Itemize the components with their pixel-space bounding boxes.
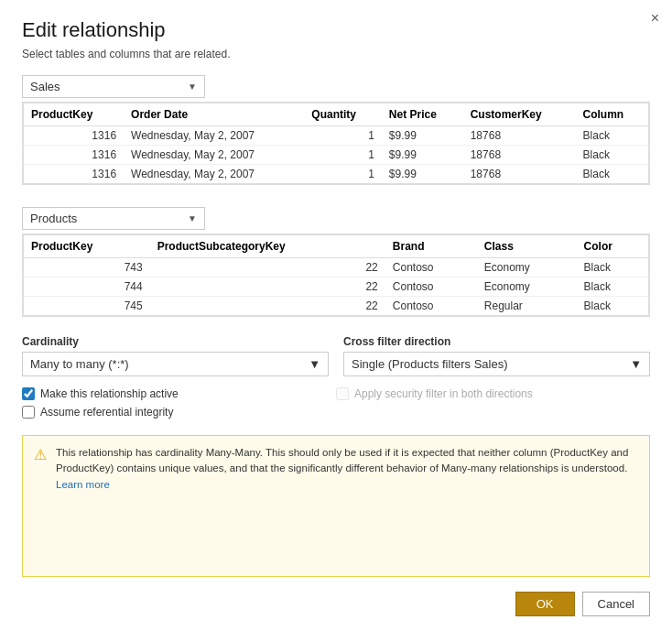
cardinality-crossfilter-section: Cardinality Many to many (*:*) ▼ Cross f… (22, 335, 650, 376)
make-active-row: Make this relationship active (22, 387, 336, 400)
table-row[interactable]: 1316Wednesday, May 2, 20071$9.9918768Bla… (24, 146, 649, 165)
table-cell: $9.99 (382, 126, 463, 146)
table-cell: 1 (304, 165, 381, 184)
table1-dropdown[interactable]: Sales ▼ (22, 75, 205, 98)
table-cell: 18768 (463, 146, 576, 165)
table2: ProductKey ProductSubcategoryKey Brand C… (23, 234, 649, 316)
warning-icon: ⚠ (34, 446, 47, 463)
warning-text-container: This relationship has cardinality Many-M… (56, 445, 638, 493)
table-row[interactable]: 74322ContosoEconomyBlack (24, 258, 649, 277)
col-brand[interactable]: Brand (385, 235, 477, 258)
dialog-title: Edit relationship (22, 18, 650, 42)
make-active-label[interactable]: Make this relationship active (40, 387, 179, 400)
table2-dropdown-value: Products (30, 212, 77, 225)
table-row[interactable]: 1316Wednesday, May 2, 20071$9.9918768Bla… (24, 165, 649, 184)
table-row[interactable]: 1316Wednesday, May 2, 20071$9.9918768Bla… (24, 126, 649, 146)
apply-security-label: Apply security filter in both directions (354, 387, 533, 400)
cardinality-label: Cardinality (22, 335, 329, 348)
options-right: Apply security filter in both directions (336, 387, 650, 424)
table-cell: Contoso (385, 258, 477, 277)
col-productkey2[interactable]: ProductKey (24, 235, 150, 258)
cancel-button[interactable]: Cancel (582, 592, 650, 616)
crossfilter-dropdown[interactable]: Single (Products filters Sales) ▼ (343, 352, 650, 376)
crossfilter-chevron-icon: ▼ (630, 357, 642, 371)
crossfilter-value: Single (Products filters Sales) (352, 357, 508, 371)
warning-box: ⚠ This relationship has cardinality Many… (22, 435, 650, 577)
table1-section: Sales ▼ ProductKey Order Date Quantity N… (22, 75, 650, 185)
table-cell: 1 (304, 146, 381, 165)
table-cell: 1316 (24, 165, 125, 184)
table-cell: 744 (24, 277, 150, 297)
table-cell: Economy (477, 277, 577, 297)
referential-integrity-checkbox[interactable] (22, 406, 35, 419)
col-customerkey[interactable]: CustomerKey (463, 103, 576, 126)
table-cell: $9.99 (382, 146, 463, 165)
table1-dropdown-value: Sales (30, 80, 60, 93)
table-cell: Black (577, 297, 649, 316)
cardinality-col: Cardinality Many to many (*:*) ▼ (22, 335, 329, 376)
table-cell: Black (576, 146, 649, 165)
table-cell: Regular (477, 297, 577, 316)
col-subcategorykey[interactable]: ProductSubcategoryKey (150, 235, 385, 258)
footer-row: OK Cancel (22, 588, 650, 616)
apply-security-row: Apply security filter in both directions (336, 387, 650, 400)
table-cell: 743 (24, 258, 150, 277)
table-cell: 22 (150, 277, 385, 297)
table-cell: Black (577, 277, 649, 297)
options-left: Make this relationship active Assume ref… (22, 387, 336, 424)
table-cell: 1316 (24, 126, 125, 146)
table-cell: Wednesday, May 2, 2007 (124, 126, 304, 146)
table-cell: 18768 (463, 165, 576, 184)
table-cell: Wednesday, May 2, 2007 (124, 146, 304, 165)
edit-relationship-dialog: × Edit relationship Select tables and co… (0, 0, 672, 631)
table-cell: Black (576, 165, 649, 184)
table2-dropdown[interactable]: Products ▼ (22, 207, 205, 230)
table-row[interactable]: 74522ContosoRegularBlack (24, 297, 649, 316)
table2-section: Products ▼ ProductKey ProductSubcategory… (22, 207, 650, 317)
table2-chevron-icon: ▼ (188, 213, 197, 223)
table-cell: 1 (304, 126, 381, 146)
warning-message: This relationship has cardinality Many-M… (56, 447, 628, 473)
table-cell: Black (576, 126, 649, 146)
table-cell: 1316 (24, 146, 125, 165)
table1-wrapper: ProductKey Order Date Quantity Net Price… (22, 102, 650, 185)
crossfilter-label: Cross filter direction (343, 335, 650, 348)
table-cell: 22 (150, 297, 385, 316)
apply-security-checkbox[interactable] (336, 387, 349, 400)
col-netprice[interactable]: Net Price (382, 103, 463, 126)
make-active-checkbox[interactable] (22, 387, 35, 400)
table-cell: $9.99 (382, 165, 463, 184)
referential-integrity-row: Assume referential integrity (22, 406, 336, 419)
table-cell: 22 (150, 258, 385, 277)
col-quantity[interactable]: Quantity (304, 103, 381, 126)
col-productkey1[interactable]: ProductKey (24, 103, 125, 126)
col-class[interactable]: Class (477, 235, 577, 258)
table1: ProductKey Order Date Quantity Net Price… (23, 103, 649, 184)
cardinality-dropdown[interactable]: Many to many (*:*) ▼ (22, 352, 329, 376)
close-button[interactable]: × (651, 11, 659, 26)
table1-chevron-icon: ▼ (188, 82, 197, 92)
table2-header-row: ProductKey ProductSubcategoryKey Brand C… (24, 235, 649, 258)
cardinality-value: Many to many (*:*) (30, 357, 129, 371)
table-cell: Wednesday, May 2, 2007 (124, 165, 304, 184)
table2-wrapper: ProductKey ProductSubcategoryKey Brand C… (22, 234, 650, 317)
table1-header-row: ProductKey Order Date Quantity Net Price… (24, 103, 649, 126)
table-cell: Contoso (385, 277, 477, 297)
table-cell: Economy (477, 258, 577, 277)
cardinality-chevron-icon: ▼ (309, 357, 320, 371)
dialog-subtitle: Select tables and columns that are relat… (22, 48, 650, 60)
crossfilter-col: Cross filter direction Single (Products … (343, 335, 650, 376)
col-column[interactable]: Column (576, 103, 649, 126)
table-cell: Contoso (385, 297, 477, 316)
options-section: Make this relationship active Assume ref… (22, 387, 650, 424)
referential-integrity-label[interactable]: Assume referential integrity (40, 406, 173, 419)
table-cell: Black (577, 258, 649, 277)
table-row[interactable]: 74422ContosoEconomyBlack (24, 277, 649, 297)
table-cell: 18768 (463, 126, 576, 146)
table-cell: 745 (24, 297, 150, 316)
col-color[interactable]: Color (577, 235, 649, 258)
ok-button[interactable]: OK (515, 592, 575, 616)
col-orderdate[interactable]: Order Date (124, 103, 304, 126)
learn-more-link[interactable]: Learn more (56, 479, 110, 490)
